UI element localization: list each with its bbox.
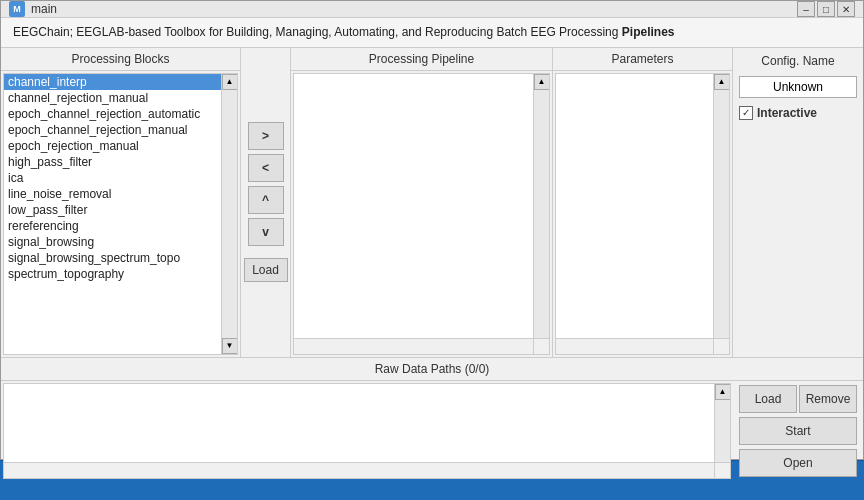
middle-buttons: > < ^ v Load [241,48,291,357]
list-item[interactable]: signal_browsing [4,234,221,250]
list-item[interactable]: spectrum_topography [4,266,221,282]
interactive-row: ✓ Interactive [739,106,857,120]
list-item[interactable]: signal_browsing_spectrum_topo [4,250,221,266]
list-item[interactable]: epoch_channel_rejection_manual [4,122,221,138]
processing-blocks-list: channel_interp channel_rejection_manual … [4,74,237,354]
move-down-button[interactable]: v [248,218,284,246]
remove-from-pipeline-button[interactable]: < [248,154,284,182]
params-scrollbar-v[interactable]: ▲ ▼ [713,74,729,354]
panel-blocks: Processing Blocks channel_interp channel… [1,48,241,357]
config-name-input[interactable] [739,76,857,98]
list-item[interactable]: epoch_channel_rejection_automatic [4,106,221,122]
raw-data-corner [714,462,730,478]
raw-data-buttons: Load Remove Start Open [733,381,863,481]
list-item[interactable]: rereferencing [4,218,221,234]
app-header-bold: Pipelines [622,25,675,39]
top-section: Processing Blocks channel_interp channel… [1,48,863,358]
raw-remove-button[interactable]: Remove [799,385,857,413]
pipeline-scroll-up[interactable]: ▲ [534,74,550,90]
panel-config: Config. Name ✓ Interactive [733,48,863,357]
list-item[interactable]: channel_interp [4,74,221,90]
processing-blocks-header: Processing Blocks [1,48,240,71]
config-name-header: Config. Name [739,54,857,68]
raw-data-content: ▲ ▼ Load Remove Start Open [1,381,863,481]
raw-data-scrollbar-h[interactable] [4,462,714,478]
interactive-checkbox[interactable]: ✓ [739,106,753,120]
scroll-up-arrow[interactable]: ▲ [222,74,238,90]
params-list[interactable]: ▲ ▼ [555,73,730,355]
panel-pipeline: Processing Pipeline ▲ ▼ [291,48,553,357]
move-up-button[interactable]: ^ [248,186,284,214]
blocks-scrollbar[interactable]: ▲ ▼ [221,74,237,354]
scroll-down-arrow[interactable]: ▼ [222,338,238,354]
interactive-label: Interactive [757,106,817,120]
main-content: Processing Blocks channel_interp channel… [1,48,863,481]
title-bar: M main – □ ✕ [1,1,863,18]
processing-pipeline-header: Processing Pipeline [291,48,552,71]
raw-scroll-up[interactable]: ▲ [715,384,731,400]
params-corner [713,338,729,354]
app-header-text: EEGChain; EEGLAB-based Toolbox for Build… [13,25,675,39]
list-item[interactable]: line_noise_removal [4,186,221,202]
load-pipeline-button[interactable]: Load [244,258,288,282]
list-item[interactable]: high_pass_filter [4,154,221,170]
panel-parameters: Parameters ▲ ▼ [553,48,733,357]
params-scrollbar-h[interactable] [556,338,713,354]
list-item[interactable]: low_pass_filter [4,202,221,218]
add-to-pipeline-button[interactable]: > [248,122,284,150]
checkbox-check-mark: ✓ [742,107,750,118]
minimize-button[interactable]: – [797,1,815,17]
parameters-header: Parameters [553,48,732,71]
window-title: main [31,2,57,16]
start-button[interactable]: Start [739,417,857,445]
pipeline-scrollbar-h[interactable] [294,338,533,354]
list-item[interactable]: epoch_rejection_manual [4,138,221,154]
params-scroll-up[interactable]: ▲ [714,74,730,90]
app-icon: M [9,1,25,17]
raw-load-button[interactable]: Load [739,385,797,413]
bottom-section: Raw Data Paths (0/0) ▲ ▼ Load Remove [1,358,863,481]
load-remove-row: Load Remove [739,385,857,413]
close-button[interactable]: ✕ [837,1,855,17]
pipeline-list[interactable]: ▲ ▼ [293,73,550,355]
raw-data-list[interactable]: ▲ ▼ [3,383,731,479]
pipeline-scrollbar-v[interactable]: ▲ ▼ [533,74,549,354]
list-item[interactable]: channel_rejection_manual [4,90,221,106]
maximize-button[interactable]: □ [817,1,835,17]
raw-scroll-track[interactable] [715,400,730,462]
params-scroll-track[interactable] [714,90,729,338]
app-header: EEGChain; EEGLAB-based Toolbox for Build… [1,18,863,48]
scroll-track[interactable] [222,90,237,338]
pipeline-corner [533,338,549,354]
raw-data-header: Raw Data Paths (0/0) [1,358,863,381]
pipeline-scroll-track[interactable] [534,90,549,338]
processing-blocks-list-container: channel_interp channel_rejection_manual … [3,73,238,355]
list-item[interactable]: ica [4,170,221,186]
open-button[interactable]: Open [739,449,857,477]
window-controls: – □ ✕ [797,1,855,17]
